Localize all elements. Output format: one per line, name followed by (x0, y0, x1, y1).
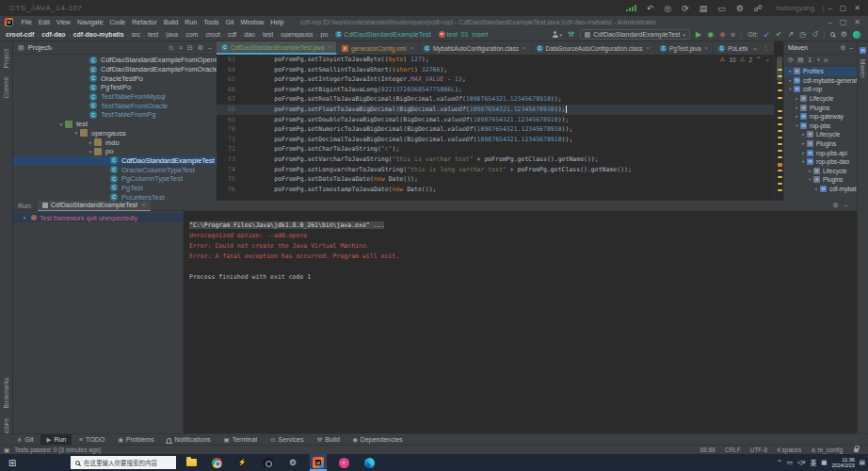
tree-item-test[interactable]: ▾test (13, 120, 217, 129)
plugin-button[interactable] (853, 31, 860, 39)
editor-tab-poletterstest-java[interactable]: CPoLettersTest.java× (714, 41, 747, 55)
git-update-button[interactable]: ↙ (764, 30, 770, 39)
maven-item-rop-pbs-api[interactable]: ▸mrop-pbs-api (784, 148, 857, 157)
stripe-mark[interactable] (778, 89, 782, 91)
tree-item-po[interactable]: ▾po (13, 147, 217, 156)
close-button[interactable]: ✕ (850, 4, 864, 12)
stripe-mark[interactable] (778, 163, 782, 167)
stripe-bookmarks-button[interactable]: Bookmarks (3, 378, 9, 409)
prev-issue-icon[interactable]: ⌃ (756, 56, 761, 63)
tree-item-testtablefrompg[interactable]: CTestTableFromPg (13, 110, 217, 120)
close-icon[interactable]: ✕ (141, 202, 146, 208)
breadcrumb-item[interactable]: cdf-dao-mybatis (73, 31, 124, 38)
code-line[interactable]: 70 poFromPg.setNumericToJavaBigDecimal(B… (217, 124, 774, 135)
git-rollback-button[interactable]: ↺ (812, 30, 818, 39)
code-line[interactable]: 68 poFromPg.setFloatToJavaBigDecimal(Big… (217, 105, 774, 115)
maven-item-cdf-mybat[interactable]: ▸mcdf-mybat (784, 185, 857, 194)
run-button[interactable]: ▶ (696, 30, 701, 39)
chevron-down-icon[interactable]: ⌄ (752, 44, 758, 52)
stripe-mark[interactable] (778, 170, 782, 171)
code-line[interactable]: 69 poFromPg.setDoubleToJavaBigDecimal(Bi… (217, 115, 774, 125)
stripe-mark[interactable] (778, 110, 782, 112)
menu-git[interactable]: Git (222, 19, 237, 25)
tree-item-pgcolumntypetest[interactable]: CPgColumnTypeTest (13, 174, 217, 184)
editor-tab-pgtest-java[interactable]: CPgTest.java× (655, 41, 714, 55)
run-maven-icon[interactable]: ▶ (824, 57, 828, 64)
line-separator[interactable]: CRLF (725, 447, 741, 453)
run-tab[interactable]: CdfDaoStandardExampleTest ✕ (38, 201, 151, 211)
scroll-to-source-icon[interactable]: ≡ (179, 44, 183, 52)
code-line[interactable]: 66 poFromPg.setBigintToJavaLong(92233720… (217, 85, 774, 95)
menu-window[interactable]: Window (237, 19, 267, 25)
editor-tab-generatorconfig-xml[interactable]: xgeneratorConfig.xml× (337, 41, 419, 55)
breadcrumb-item[interactable]: CCdfDaoStandardExampleTest (335, 31, 430, 38)
stripe-mark[interactable] (778, 117, 782, 119)
tree-item-testtablefromoracle[interactable]: CTestTableFromOracle (13, 101, 217, 110)
minimize-button[interactable]: – (824, 4, 835, 12)
signal-icon[interactable] (626, 5, 636, 11)
debug-button[interactable]: ◉ (707, 30, 714, 39)
settings-button[interactable]: ⚙ (841, 30, 847, 39)
display-icon[interactable]: ▭ (717, 4, 726, 13)
maven-item-lifecycle[interactable]: ▸⚙Lifecycle (784, 130, 857, 139)
taskbar-app-lightning-app[interactable]: ⚡ (233, 454, 250, 471)
breadcrumb-item[interactable]: opengauss (281, 31, 313, 38)
menu-file[interactable]: File (18, 19, 35, 25)
start-button[interactable]: ⊞ (0, 454, 24, 471)
maven-item-rop-pbs-dao[interactable]: ▾mrop-pbs-dao (784, 157, 857, 167)
close-icon[interactable]: × (646, 45, 650, 51)
code-line[interactable]: 72 poFromPg.setCharToJavaString("c"); (217, 144, 774, 154)
editor-tab-datasourceautoconfiguration-class[interactable]: CDataSourceAutoConfiguration.class× (532, 41, 656, 55)
wrench-button[interactable]: ⚒ (568, 30, 574, 39)
menu-tools[interactable]: Tools (201, 19, 222, 25)
code-line[interactable]: 73 poFromPg.setVarcharToJavaString("this… (217, 154, 774, 165)
toolwindow-build-button[interactable]: ⚒Build (311, 434, 345, 446)
maven-item-plugins[interactable]: ▸⚙Plugins (784, 103, 857, 112)
line-number[interactable]: 70 (217, 124, 245, 135)
apps-icon[interactable]: ▤ (699, 4, 708, 13)
code-line[interactable]: 67 poFromPg.setRealToJavaBigDecimal(BigD… (217, 94, 774, 105)
breadcrumb-item[interactable]: test (263, 31, 273, 38)
chevron-down-icon[interactable]: ▾ (21, 215, 28, 220)
volume-muted-icon[interactable]: ◁× (797, 459, 806, 466)
menu-run[interactable]: Run (182, 19, 201, 25)
maven-item-profiles[interactable]: ▸⚙Profiles (784, 67, 857, 76)
line-number[interactable]: 75 (217, 174, 245, 185)
line-number[interactable]: 74 (217, 165, 245, 175)
tree-item-pgtest[interactable]: CPgTest (13, 184, 217, 193)
toolwindow-dependencies-button[interactable]: ◆Dependencies (347, 434, 409, 446)
project-panel-title[interactable]: Project (28, 43, 50, 52)
taskbar-app-edge[interactable] (361, 454, 378, 471)
stripe-mark[interactable] (778, 189, 782, 191)
code-line[interactable]: 76 poFromPg.setTimestampToJavaDate(new D… (217, 185, 774, 195)
gear-icon[interactable]: ⚙ (833, 202, 839, 209)
tree-item-oraclecolumntypetest[interactable]: COracleColumnTypeTest (13, 165, 217, 174)
stripe-mark[interactable] (778, 97, 782, 99)
breadcrumb-item[interactable]: croot-cdf (6, 31, 34, 38)
menu-edit[interactable]: Edit (35, 19, 53, 25)
code-editor[interactable]: 63 poFromPg.setTinyintToJavaByte((byte) … (217, 55, 774, 201)
indent-style[interactable]: 4 spaces (777, 447, 801, 453)
minimize-button[interactable]: – (824, 18, 835, 26)
stripe-mark[interactable] (778, 143, 782, 145)
taskbar-clock[interactable]: 11:36 2024/2/23 (831, 457, 854, 469)
taskbar-app-intellij-idea[interactable]: IJ (310, 454, 327, 471)
code-line[interactable]: 71 poFromPg.setDecimalToJavaBigDecimal(B… (217, 135, 774, 145)
tree-item-mdo[interactable]: ▸mdo (13, 138, 217, 147)
breadcrumb-item[interactable]: com (185, 31, 198, 38)
breadcrumb-item[interactable]: test_01_insert (439, 31, 489, 38)
coverage-button[interactable]: ◈ (719, 30, 725, 39)
line-number[interactable]: 63 (217, 55, 245, 65)
hide-icon[interactable]: – (208, 44, 212, 52)
breadcrumb-item[interactable]: cdf (228, 31, 236, 38)
hide-icon[interactable]: – (844, 202, 847, 209)
line-number[interactable]: 66 (217, 85, 245, 95)
git-commit-button[interactable]: ✔ (776, 30, 782, 39)
hide-icon[interactable]: – (849, 44, 853, 52)
menu-refactor[interactable]: Refactor (129, 19, 160, 25)
touch-keyboard-icon[interactable]: ▦ (821, 459, 827, 466)
maven-item-lifecycle[interactable]: ▸⚙Lifecycle (784, 167, 857, 176)
stripe-maven-button[interactable]: Maven (860, 59, 866, 78)
chevron-down-icon[interactable]: ▾ (50, 45, 53, 51)
maven-item-lifecycle[interactable]: ▸⚙Lifecycle (784, 94, 857, 104)
